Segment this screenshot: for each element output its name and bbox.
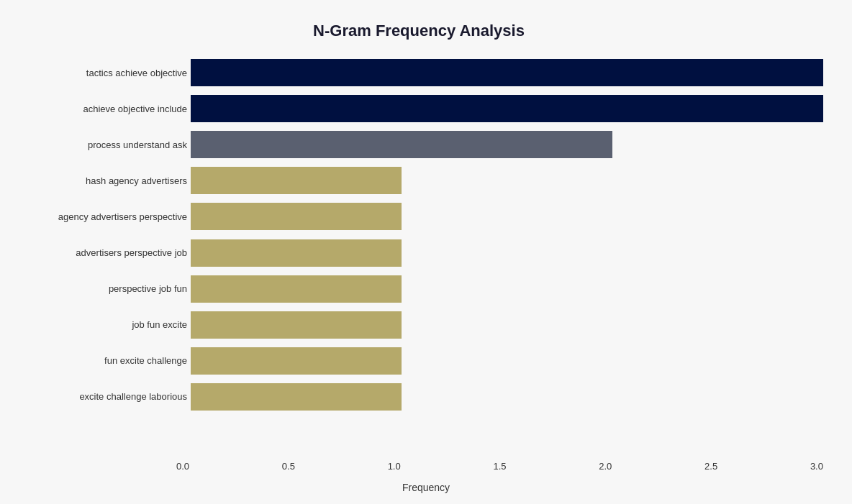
- bar-row: [191, 127, 823, 162]
- bars-section: tactics achieve objectiveachieve objecti…: [14, 55, 823, 415]
- y-label: perspective job fun: [14, 271, 187, 307]
- y-label: tactics achieve objective: [14, 55, 187, 91]
- bar-row: [191, 271, 823, 307]
- x-tick: 1.0: [388, 461, 401, 472]
- y-label: hash agency advertisers: [14, 162, 187, 198]
- chart-area: tactics achieve objectiveachieve objecti…: [14, 55, 823, 415]
- bar-row: [191, 234, 823, 270]
- bar: [191, 167, 402, 194]
- y-label: achieve objective include: [14, 91, 187, 127]
- bar-row: [191, 198, 823, 234]
- bar: [191, 383, 402, 411]
- y-label: job fun excite: [14, 307, 187, 343]
- chart-container: N-Gram Frequency Analysis tactics achiev…: [0, 0, 852, 504]
- x-tick: 1.5: [493, 461, 506, 472]
- x-tick: 2.5: [704, 461, 717, 472]
- x-axis-label: Frequency: [0, 482, 852, 493]
- bar-row: [191, 91, 823, 127]
- bar: [191, 347, 402, 375]
- x-tick: 0.5: [282, 461, 295, 472]
- bar: [191, 311, 402, 339]
- y-label: excite challenge laborious: [14, 379, 187, 415]
- bar: [191, 59, 823, 86]
- x-tick: 2.0: [599, 461, 612, 472]
- bar: [191, 131, 612, 158]
- bar-rows: [191, 55, 823, 415]
- y-label: fun excite challenge: [14, 343, 187, 379]
- bar: [191, 275, 402, 303]
- y-label: agency advertisers perspective: [14, 198, 187, 234]
- bar-row: [191, 307, 823, 343]
- x-axis: 0.00.51.01.52.02.53.0: [176, 461, 823, 472]
- bar-row: [191, 343, 823, 379]
- bar: [191, 95, 823, 122]
- bar-row: [191, 379, 823, 415]
- y-labels: tactics achieve objectiveachieve objecti…: [14, 55, 191, 415]
- bar-row: [191, 162, 823, 198]
- y-label: process understand ask: [14, 127, 187, 162]
- bar-row: [191, 55, 823, 91]
- bars-and-grid: [191, 55, 823, 415]
- x-tick: 3.0: [810, 461, 823, 472]
- bar: [191, 203, 402, 230]
- y-label: advertisers perspective job: [14, 234, 187, 270]
- bar: [191, 239, 402, 267]
- chart-title: N-Gram Frequency Analysis: [14, 14, 823, 40]
- x-tick: 0.0: [176, 461, 189, 472]
